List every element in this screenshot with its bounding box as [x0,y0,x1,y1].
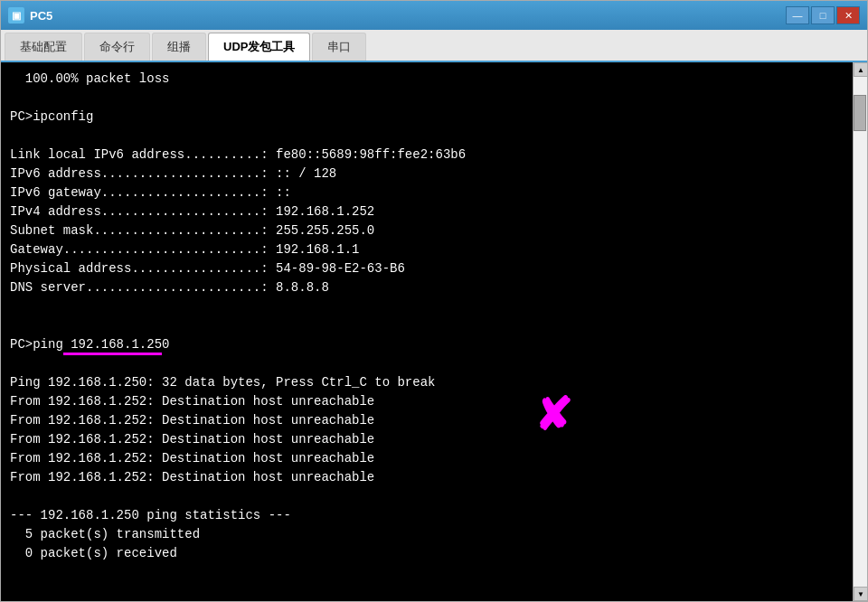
tab-基础配置[interactable]: 基础配置 [5,33,82,61]
tab-命令行[interactable]: 命令行 [84,33,150,61]
terminal-line: Subnet mask......................: 255.2… [10,221,844,240]
scroll-up-button[interactable]: ▲ [854,62,867,77]
maximize-button[interactable]: □ [811,6,835,24]
tab-组播[interactable]: 组播 [152,33,206,61]
terminal-line: IPv6 gateway.....................: :: [10,183,844,202]
title-bar: ▣ PC5 — □ ✕ [1,1,867,30]
terminal-line: IPv6 address.....................: :: / … [10,165,844,183]
terminal-line: Ping 192.168.1.250: 32 data bytes, Press… [10,373,844,392]
app-window: ▣ PC5 — □ ✕ 基础配置命令行组播UDP发包工具串口 100.00% p… [0,0,868,602]
terminal-line: Link local IPv6 address..........: fe80:… [10,146,844,165]
terminal-line: PC>ipconfig [10,108,844,127]
terminal-output[interactable]: 100.00% packet lossPC>ipconfigLink local… [1,62,853,601]
terminal-line: From 192.168.1.252: Destination host unr… [10,392,844,411]
terminal-line: --- 192.168.1.250 ping statistics --- [10,506,844,525]
window-title: PC5 [30,9,786,23]
terminal-line [10,354,844,373]
terminal-line: 100.00% packet loss [10,70,844,89]
tab-串口[interactable]: 串口 [312,33,366,61]
terminal-line [10,316,844,335]
scrollbar[interactable]: ▲ ▼ [853,62,867,601]
terminal-line: From 192.168.1.252: Destination host unr… [10,449,844,468]
terminal-line [10,297,844,316]
terminal-line [10,89,844,108]
app-icon-label: ▣ [12,10,21,22]
terminal-line: From 192.168.1.252: Destination host unr… [10,430,844,449]
terminal-line [10,127,844,146]
window-controls: — □ ✕ [786,6,860,24]
terminal-line: DNS server.......................: 8.8.8… [10,278,844,297]
terminal-line: IPv4 address.....................: 192.1… [10,202,844,221]
content-area: 100.00% packet lossPC>ipconfigLink local… [1,62,867,601]
minimize-button[interactable]: — [786,6,809,24]
scroll-thumb[interactable] [854,95,866,131]
terminal-line: From 192.168.1.252: Destination host unr… [10,411,844,430]
terminal-line: From 192.168.1.252: Destination host unr… [10,468,844,487]
scroll-track[interactable] [854,77,867,587]
scroll-down-button[interactable]: ▼ [854,587,867,601]
app-icon: ▣ [8,7,24,24]
terminal-line: 0 packet(s) received [10,544,844,563]
terminal-line: 5 packet(s) transmitted [10,525,844,544]
close-button[interactable]: ✕ [836,6,860,24]
terminal-line: Physical address.................: 54-89… [10,259,844,278]
terminal-line [10,487,844,506]
terminal-line: PC>ping 192.168.1.250 [10,335,844,354]
tab-bar: 基础配置命令行组播UDP发包工具串口 [1,30,867,62]
tab-UDP发包工具[interactable]: UDP发包工具 [208,33,310,61]
terminal-line: Gateway..........................: 192.1… [10,240,844,259]
terminal-line [10,563,844,582]
